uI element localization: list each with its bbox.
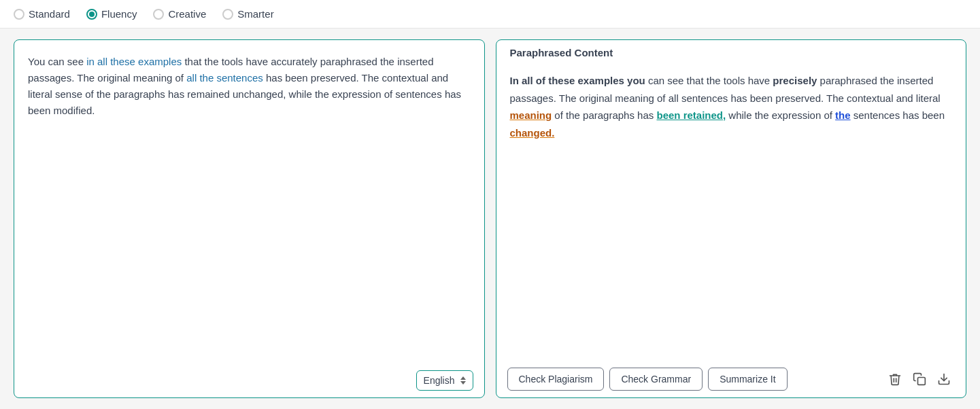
input-panel: You can see in all these examples that t… [14,39,485,398]
radio-label-fluency: Fluency [101,8,137,20]
main-content: You can see in all these examples that t… [0,29,980,409]
language-selector[interactable]: English [416,370,473,391]
radio-label-smarter: Smarter [237,8,273,20]
radio-smarter[interactable]: Smarter [222,8,273,20]
radio-circle-smarter [222,9,233,20]
download-button[interactable] [933,368,955,390]
check-grammar-button[interactable]: Check Grammar [609,368,703,391]
output-panel-footer: Check Plagiarism Check Grammar Summarize… [496,361,966,397]
input-text[interactable]: You can see in all these examples that t… [14,40,484,363]
paraphrased-text: In all of these examples you can see tha… [496,58,966,361]
copy-button[interactable] [909,368,930,390]
download-icon [937,372,951,386]
output-panel: Paraphrased Content In all of these exam… [496,39,967,398]
radio-circle-standard [14,9,24,20]
paraphrased-content: In all of these examples you can see tha… [510,75,945,139]
language-value: English [424,375,455,386]
bold-intro: In all of these examples you [510,75,645,86]
chevron-icon [460,376,466,385]
chevron-down-icon [460,381,466,385]
radio-label-creative: Creative [168,8,206,20]
radio-circle-creative [153,9,164,20]
chevron-up-icon [460,376,466,380]
copy-icon [913,372,926,386]
summarize-button[interactable]: Summarize It [708,368,787,391]
check-plagiarism-button[interactable]: Check Plagiarism [507,368,605,391]
svg-rect-0 [918,378,926,385]
highlight-the: the [835,109,851,121]
radio-creative[interactable]: Creative [153,8,206,20]
highlight-meaning: meaning [510,109,552,121]
radio-standard[interactable]: Standard [14,8,70,20]
highlight-changed: changed. [510,127,555,139]
mode-selector: Standard Fluency Creative Smarter [0,0,980,29]
utility-icons [884,368,955,390]
delete-icon [888,372,902,386]
delete-button[interactable] [884,368,906,390]
radio-circle-fluency [86,9,97,20]
paraphrased-heading: Paraphrased Content [496,40,966,58]
radio-label-standard: Standard [29,8,70,20]
input-panel-footer: English [14,363,484,397]
bold-precisely: precisely [773,75,817,86]
highlight-been-retained: been retained, [656,109,726,121]
radio-fluency[interactable]: Fluency [86,8,137,20]
